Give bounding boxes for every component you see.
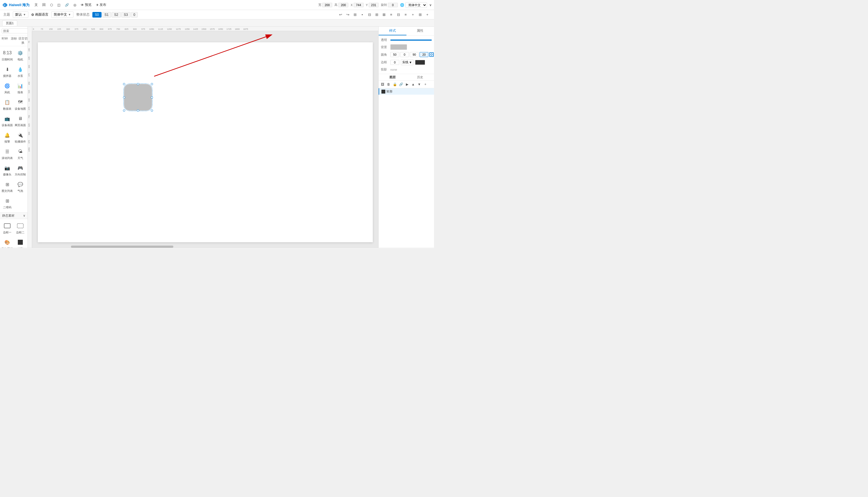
tab-props[interactable]: 属性: [407, 27, 434, 36]
scrollbar-thumb[interactable]: [71, 245, 173, 248]
widget-rect[interactable]: 矩形: [14, 237, 27, 248]
handle-bl[interactable]: [123, 110, 125, 112]
widget-camera[interactable]: 📷 摄像头: [1, 162, 14, 178]
toolbar-icon2[interactable]: ▪: [359, 11, 366, 18]
undo2-btn[interactable]: ↪: [344, 11, 351, 18]
border-color-swatch[interactable]: [415, 60, 425, 65]
layer-tool-up[interactable]: ▲: [410, 82, 416, 87]
menu-frame[interactable]: ◫: [56, 2, 62, 8]
menu-text[interactable]: 文: [33, 2, 40, 8]
handle-tl[interactable]: [123, 83, 125, 85]
h-scrollbar[interactable]: [37, 245, 378, 248]
widget-motor[interactable]: ⚙️ 电机: [14, 47, 27, 63]
radius-tr[interactable]: [400, 52, 409, 57]
toolbar-icon3[interactable]: ⊟: [366, 11, 373, 18]
widget-datetime[interactable]: 8:13 日期时间: [1, 47, 14, 63]
layer-tool-delete[interactable]: 🗑: [386, 82, 392, 87]
rotate-field[interactable]: [388, 3, 398, 7]
app-logo[interactable]: H Haiwell 海为: [2, 2, 29, 8]
widget-alarm[interactable]: 🔔 报警: [1, 129, 14, 145]
undo-btn[interactable]: ↩: [337, 11, 344, 18]
tab-cursor[interactable]: 游标: [9, 36, 18, 46]
widget-fan[interactable]: 🌀 风机: [1, 80, 14, 96]
canvas-page[interactable]: [38, 42, 373, 242]
toolbar-icon4[interactable]: ⊞: [373, 11, 380, 18]
border-style-select[interactable]: 实线 ▼: [401, 59, 413, 65]
layer-tool-add[interactable]: +: [423, 82, 428, 87]
menu-target[interactable]: ◎: [72, 2, 78, 8]
collapse-btn[interactable]: ∨: [429, 3, 432, 7]
handle-tr[interactable]: [151, 83, 153, 85]
state-s0-btn[interactable]: S0: [92, 12, 102, 17]
menu-shape[interactable]: ⬡: [48, 2, 55, 8]
bg-color-swatch[interactable]: [390, 44, 407, 50]
selected-shape[interactable]: [124, 84, 152, 111]
radius-br[interactable]: [410, 52, 419, 57]
border-width[interactable]: [390, 60, 399, 65]
handle-br[interactable]: [151, 110, 153, 112]
menu-undo[interactable]: 回: [41, 2, 47, 8]
toolbar-icon8[interactable]: ≡: [402, 11, 409, 18]
toolbar-icon10[interactable]: ⊞: [417, 11, 424, 18]
state-0-btn[interactable]: 0: [131, 12, 138, 17]
state-s3-btn[interactable]: S3: [121, 12, 131, 17]
handle-mr[interactable]: [151, 96, 153, 99]
layer-tool-down[interactable]: ▼: [416, 82, 422, 87]
widget-qrcode[interactable]: ⊞ 二维码: [1, 195, 14, 211]
widget-devicescreen[interactable]: 📺 设备画面: [1, 113, 14, 129]
toolbar-icon11[interactable]: +: [424, 11, 431, 18]
menu-link[interactable]: 🔗: [63, 2, 71, 8]
radius-tl[interactable]: [390, 52, 399, 57]
canvas-lang-select[interactable]: 简体中文 ▼: [51, 11, 73, 18]
widget-imgtext[interactable]: ⊞ 图文列表: [1, 179, 14, 195]
toolbar-icon7[interactable]: ⊟: [395, 11, 402, 18]
layer-tool-play[interactable]: ▶: [404, 82, 410, 87]
height-field[interactable]: [338, 3, 348, 7]
widget-scroll-list[interactable]: ☰ 滚动列表: [1, 146, 14, 162]
tab-lang[interactable]: 语言切换: [18, 36, 28, 46]
tab-clock[interactable]: 时钟: [0, 36, 9, 46]
widget-bubble[interactable]: 💬 气泡: [14, 179, 27, 195]
layer-tab-history[interactable]: 历史: [407, 74, 434, 81]
layer-tool-image[interactable]: 🖼: [380, 82, 385, 87]
widget-border2[interactable]: 边框二: [14, 220, 27, 236]
static-section-header[interactable]: 静态素材 ∨: [0, 212, 28, 219]
widget-coloricon[interactable]: 🎨 彩色图标: [1, 237, 14, 248]
widget-carousel[interactable]: 🔌 轮播插件: [14, 129, 27, 145]
radius-link-btn[interactable]: [429, 52, 434, 57]
x-field[interactable]: [354, 3, 364, 7]
widget-mixer[interactable]: ⬇ 搅拌器: [1, 64, 14, 80]
publish-button[interactable]: ✈ 发布: [94, 2, 108, 8]
widget-border1[interactable]: 边框一: [1, 220, 14, 236]
widget-webpage[interactable]: 🖥 网页画面: [14, 113, 27, 129]
widget-datatable[interactable]: 📋 数据表: [1, 97, 14, 113]
preview-button[interactable]: 👁 预览: [79, 2, 93, 8]
page-tab-1[interactable]: 页面1: [2, 20, 17, 26]
handle-bc[interactable]: [137, 110, 139, 112]
handle-ml[interactable]: [123, 96, 125, 99]
toolbar-icon9[interactable]: +: [410, 11, 416, 18]
width-field[interactable]: [322, 3, 332, 7]
radius-bl[interactable]: [420, 52, 428, 57]
layer-tab-layers[interactable]: 图层: [379, 74, 407, 81]
layer-item-rect[interactable]: 矩形: [379, 88, 434, 95]
toolbar-icon5[interactable]: ⊠: [381, 11, 387, 18]
widget-devicemap[interactable]: 🗺 设备地图: [14, 97, 27, 113]
layer-tool-link[interactable]: 🔗: [398, 82, 404, 87]
y-field[interactable]: [369, 3, 379, 7]
opacity-slider[interactable]: [390, 40, 432, 41]
widget-pump[interactable]: 💧 水泵: [14, 64, 27, 80]
search-input[interactable]: [2, 28, 28, 33]
theme-select[interactable]: 默认 ▼: [13, 11, 28, 18]
widget-report[interactable]: 📊 报表: [14, 80, 27, 96]
handle-tc[interactable]: [137, 83, 139, 85]
tab-style[interactable]: 样式: [379, 27, 407, 36]
canvas-area[interactable]: 0 75 150 225 300 375 450 525 600 675 750…: [28, 27, 378, 248]
canvas-content[interactable]: [32, 31, 378, 248]
language-select[interactable]: 简体中文: [405, 2, 427, 8]
state-s1-btn[interactable]: S1: [102, 12, 111, 17]
state-s2-btn[interactable]: S2: [112, 12, 121, 17]
toolbar-icon6[interactable]: ≡: [388, 11, 395, 18]
layer-tool-lock[interactable]: 🔒: [392, 82, 398, 87]
toolbar-icon1[interactable]: ⊞: [352, 11, 358, 18]
